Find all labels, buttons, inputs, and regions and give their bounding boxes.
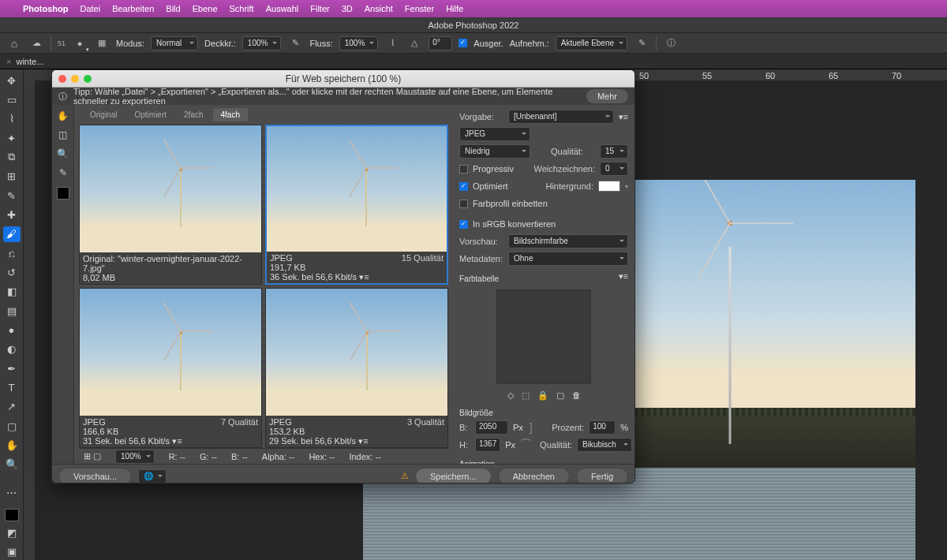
menu-bild[interactable]: Bild: [166, 4, 180, 13]
farbprofil-checkbox[interactable]: [459, 200, 468, 208]
blur-tool-icon[interactable]: ●: [3, 322, 21, 338]
tab-2fach[interactable]: 2fach: [176, 108, 211, 121]
tab-4fach[interactable]: 4fach: [213, 108, 248, 121]
menu-3d[interactable]: 3D: [342, 4, 353, 13]
grid-icon[interactable]: ⊞ ▢: [84, 451, 101, 461]
eraser-tool-icon[interactable]: ◧: [3, 284, 21, 300]
link-icon[interactable]: ]: [528, 421, 534, 434]
quality-preset-select[interactable]: Niedrig: [459, 144, 530, 159]
chevron-down-icon[interactable]: ▾: [625, 183, 628, 190]
cloud-icon[interactable]: ☁: [28, 35, 44, 51]
close-tab-icon[interactable]: ×: [6, 57, 11, 66]
more-button[interactable]: Mehr: [586, 89, 628, 103]
home-icon[interactable]: [6, 35, 22, 51]
lasso-tool-icon[interactable]: ⌇: [3, 111, 21, 127]
frame-tool-icon[interactable]: ⊞: [3, 169, 21, 185]
dialog-titlebar[interactable]: Für Web speichern (100 %): [52, 70, 634, 88]
eyedropper-color[interactable]: [57, 187, 69, 200]
menu-hilfe[interactable]: Hilfe: [446, 4, 463, 13]
brush-tool-icon[interactable]: 🖌: [3, 226, 21, 242]
prozent-input[interactable]: 100: [589, 420, 616, 435]
srgb-checkbox[interactable]: [459, 220, 468, 229]
brush-preset-icon[interactable]: ●▾: [72, 35, 88, 51]
mac-menubar[interactable]: Photoshop Datei Bearbeiten Bild Ebene Sc…: [0, 0, 947, 17]
brush-panel-icon[interactable]: ▦: [94, 35, 110, 51]
eyedropper-tool-icon[interactable]: ✎: [3, 188, 21, 203]
height-input[interactable]: 1367: [475, 438, 500, 452]
vorschau-select[interactable]: Bildschirmfarbe: [508, 234, 628, 248]
resample-select[interactable]: Bikubisch: [577, 438, 632, 452]
brush-settings-icon[interactable]: ⓘ: [663, 35, 679, 51]
path-tool-icon[interactable]: ↗: [3, 399, 21, 415]
preview-pane-jpeg3[interactable]: JPEG3 Qualität 153,2 KB 29 Sek. bei 56,6…: [265, 288, 448, 448]
aufnehm-select[interactable]: Aktuelle Ebene: [556, 36, 627, 50]
preset-menu-icon[interactable]: ▾≡: [619, 112, 628, 122]
menu-ebene[interactable]: Ebene: [193, 4, 218, 13]
ct-cube-icon[interactable]: ⬚: [522, 390, 530, 401]
edit-toolbar-icon[interactable]: ⋯: [3, 484, 21, 500]
zoom-tool-icon[interactable]: 🔍: [3, 457, 21, 472]
hintergrund-color[interactable]: [598, 181, 620, 192]
preview-pane-jpeg15[interactable]: JPEG15 Qualität 191,7 KB 36 Sek. bei 56,…: [265, 125, 448, 285]
menu-fenster[interactable]: Fenster: [405, 4, 434, 13]
menu-app[interactable]: Photoshop: [23, 4, 68, 13]
move-tool-icon[interactable]: ✥: [3, 73, 21, 88]
menu-schrift[interactable]: Schrift: [230, 4, 254, 13]
menu-auswahl[interactable]: Auswahl: [266, 4, 299, 13]
slice-tool-icon[interactable]: ◫: [55, 127, 71, 143]
pen-tool-icon[interactable]: ✒: [3, 360, 21, 376]
width-input[interactable]: 2050: [475, 420, 508, 435]
quickmask-icon[interactable]: ◩: [3, 525, 21, 540]
ct-trash-icon[interactable]: 🗑: [572, 390, 581, 401]
pressure-size-icon[interactable]: ✎: [634, 35, 649, 51]
pressure-opacity-icon[interactable]: ✎: [287, 35, 303, 51]
marquee-tool-icon[interactable]: ▭: [3, 91, 21, 107]
speichern-button[interactable]: Speichern...: [415, 468, 492, 484]
zoom-select[interactable]: 100%: [115, 450, 155, 464]
optimiert-checkbox[interactable]: [459, 182, 468, 191]
type-tool-icon[interactable]: T: [3, 379, 21, 395]
quality-input[interactable]: 15: [600, 144, 628, 159]
fertig-button[interactable]: Fertig: [576, 468, 628, 484]
airbrush-icon[interactable]: ⌇: [384, 35, 400, 51]
abbrechen-button[interactable]: Abbrechen: [498, 468, 570, 484]
menu-bearbeiten[interactable]: Bearbeiten: [112, 4, 154, 13]
tab-original[interactable]: Original: [82, 108, 125, 121]
gradient-tool-icon[interactable]: ▤: [3, 303, 21, 319]
metadaten-select[interactable]: Ohne: [508, 252, 628, 266]
hand-tool-icon[interactable]: ✋: [3, 437, 21, 453]
screenmode-icon[interactable]: ▣: [3, 544, 21, 560]
menu-datei[interactable]: Datei: [80, 4, 100, 13]
tab-optimiert[interactable]: Optimiert: [126, 108, 174, 121]
preview-pane-original[interactable]: Original: "winter-overnighter-januar-202…: [79, 125, 262, 285]
ausger-checkbox[interactable]: [459, 39, 467, 47]
browser-preview-select[interactable]: 🌐: [138, 469, 167, 483]
wand-tool-icon[interactable]: ✦: [3, 130, 21, 146]
weichzeichnen-input[interactable]: 0: [600, 162, 628, 176]
heal-tool-icon[interactable]: ✚: [3, 207, 21, 222]
hand-tool-icon[interactable]: ✋: [55, 108, 71, 124]
history-brush-icon[interactable]: ↺: [3, 264, 21, 280]
fluss-input[interactable]: 100%: [339, 36, 379, 50]
format-select[interactable]: JPEG: [459, 127, 530, 141]
vorgabe-select[interactable]: [Unbenannt]: [508, 110, 614, 124]
vorschau-button[interactable]: Vorschau...: [58, 468, 132, 484]
modus-select[interactable]: Normal: [151, 36, 198, 50]
ct-lock-icon[interactable]: 🔒: [537, 390, 548, 401]
shape-tool-icon[interactable]: ▢: [3, 418, 21, 434]
dodge-tool-icon[interactable]: ◐: [3, 342, 21, 357]
angle-input[interactable]: 0°: [429, 36, 452, 50]
stamp-tool-icon[interactable]: ⎌: [3, 245, 21, 261]
menu-ansicht[interactable]: Ansicht: [365, 4, 393, 13]
foreground-color[interactable]: [5, 509, 19, 522]
ct-diamond-icon[interactable]: ◇: [507, 390, 514, 401]
preview-pane-jpeg7[interactable]: JPEG7 Qualität 166,6 KB 31 Sek. bei 56,6…: [79, 288, 262, 448]
menu-filter[interactable]: Filter: [310, 4, 329, 13]
eyedropper-tool-icon[interactable]: ✎: [55, 165, 71, 181]
colortable-menu-icon[interactable]: ▾≡: [619, 271, 628, 282]
zoom-tool-icon[interactable]: 🔍: [55, 146, 71, 162]
crop-tool-icon[interactable]: ⧉: [3, 149, 21, 165]
deckk-input[interactable]: 100%: [242, 36, 282, 50]
progressiv-checkbox[interactable]: [459, 165, 468, 174]
ct-new-icon[interactable]: ▢: [556, 390, 564, 401]
